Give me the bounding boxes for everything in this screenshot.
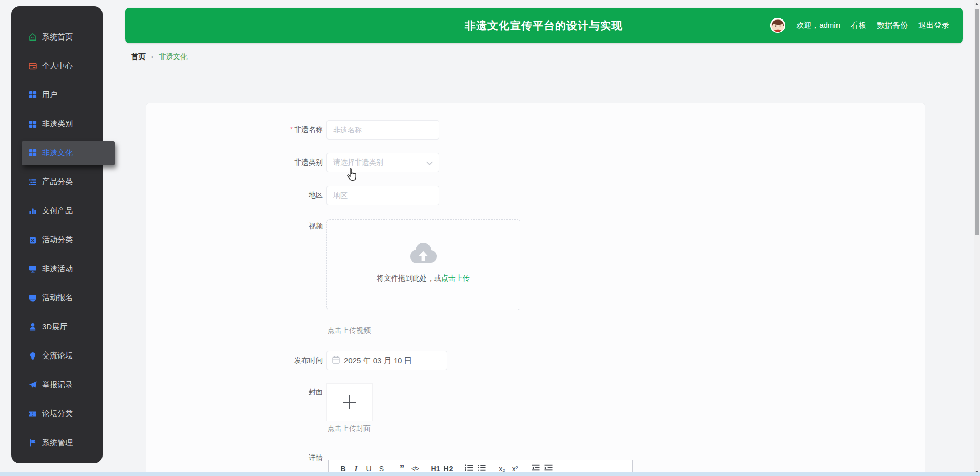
field-label-name: *非遗名称 [259,125,323,134]
sidebar-item-product-category[interactable]: 产品分类 [11,168,103,197]
send-icon [28,380,37,389]
grid-icon [28,120,37,129]
publish-date-value: 2025 年 03 月 10 日 [344,356,412,366]
sidebar-item-label: 用户 [42,90,57,100]
bottom-edge-strip [0,472,980,476]
header-bar: 非遗文化宣传平台的设计与实现 欢迎，admin 看板 数据备份 退出登录 [125,8,963,43]
grid-icon [28,90,37,100]
sidebar-item-forum-category[interactable]: 论坛分类 [11,400,103,429]
dropzone-hint: 将文件拖到此处，或点击上传 [327,274,520,283]
region-input[interactable] [326,186,439,205]
heritage-category-select[interactable]: 请选择非遗类别 [326,153,439,172]
sidebar-item-activity-registration[interactable]: 活动报名 [11,284,103,313]
field-label-publish-time: 发布时间 [259,356,323,365]
monitor-icon [28,264,37,273]
data-backup-link[interactable]: 数据备份 [877,21,908,30]
sidebar-item-label: 系统管理 [42,438,73,448]
sidebar-item-forum[interactable]: 交流论坛 [11,342,103,371]
list-icon [28,177,37,187]
sidebar: 系统首页 个人中心 用户 非遗类别 非遗文化 产品分类 文创产品 活动分类 非遗… [11,6,103,463]
required-asterisk: * [290,125,293,133]
avatar[interactable] [770,18,785,33]
sidebar-item-label: 举报记录 [42,380,73,390]
sidebar-item-heritage-activities[interactable]: 非遗活动 [11,254,103,284]
sidebar-item-system-management[interactable]: 系统管理 [11,428,103,458]
vertical-scrollbar[interactable] [974,0,980,476]
field-label-detail: 详情 [259,453,323,463]
idcard-icon [28,62,37,71]
box-x-icon [28,235,37,245]
scrollbar-thumb[interactable] [975,9,979,235]
person-icon [28,322,37,331]
logout-link[interactable]: 退出登录 [918,21,949,30]
sidebar-item-heritage-culture[interactable]: 非遗文化 [11,138,103,168]
publish-date-picker[interactable]: 2025 年 03 月 10 日 [326,351,447,370]
grid-icon [28,148,37,157]
cover-upload-box[interactable] [326,383,373,421]
heritage-name-input[interactable] [326,120,439,140]
sidebar-item-label: 非遗活动 [42,264,73,274]
sidebar-item-label: 产品分类 [42,177,73,187]
sidebar-item-activity-category[interactable]: 活动分类 [11,226,103,255]
sidebar-item-heritage-category[interactable]: 非遗类别 [11,110,103,139]
page-title: 非遗文化宣传平台的设计与实现 [465,18,623,33]
sidebar-item-system-home[interactable]: 系统首页 [11,23,103,52]
chevron-down-icon [426,158,433,167]
field-label-category: 非遗类别 [259,158,323,167]
breadcrumb-current: 非遗文化 [159,52,188,62]
sidebar-item-users[interactable]: 用户 [11,81,103,110]
sidebar-item-label: 非遗文化 [42,148,73,158]
sidebar-item-label: 论坛分类 [42,409,73,419]
upload-cloud-icon [327,240,520,267]
field-label-cover: 封面 [259,388,323,397]
flag-icon [28,438,37,447]
home-icon [28,32,37,42]
lightbulb-icon [28,351,37,361]
sidebar-item-label: 活动分类 [42,235,73,245]
video-upload-tip: 点击上传视频 [328,326,371,335]
field-label-video: 视频 [259,222,323,231]
calendar-icon [332,356,340,365]
sidebar-item-personal-center[interactable]: 个人中心 [11,52,103,81]
sidebar-item-label: 3D展厅 [42,322,67,332]
breadcrumb-separator-icon: • [151,54,153,60]
upload-link[interactable]: 点击上传 [441,274,470,282]
video-upload-dropzone[interactable]: 将文件拖到此处，或点击上传 [326,219,520,310]
field-label-region: 地区 [259,191,323,200]
sidebar-item-label: 活动报名 [42,293,73,303]
breadcrumb-home[interactable]: 首页 [131,52,146,62]
sidebar-item-cultural-products[interactable]: 文创产品 [11,196,103,226]
ticket-icon [28,409,37,419]
breadcrumb: 首页 • 非遗文化 [131,52,188,62]
sidebar-item-label: 文创产品 [42,206,73,216]
bar-chart-icon [28,206,37,215]
quote-icon[interactable]: ” [396,466,409,472]
screen-icon [28,293,37,303]
select-placeholder: 请选择非遗类别 [333,158,383,167]
sidebar-item-report-records[interactable]: 举报记录 [11,370,103,400]
sidebar-item-label: 非遗类别 [42,119,73,129]
sidebar-item-3d-hall[interactable]: 3D展厅 [11,312,103,342]
welcome-text: 欢迎，admin [796,21,840,30]
cover-upload-tip: 点击上传封面 [328,424,371,433]
header-user-area: 欢迎，admin 看板 数据备份 退出登录 [770,8,949,43]
sidebar-item-label: 个人中心 [42,61,73,71]
sidebar-item-label: 系统首页 [42,32,73,42]
sidebar-item-label: 交流论坛 [42,351,73,361]
dashboard-link[interactable]: 看板 [851,21,866,30]
scroll-up-icon[interactable] [975,3,978,5]
plus-icon [343,395,356,409]
